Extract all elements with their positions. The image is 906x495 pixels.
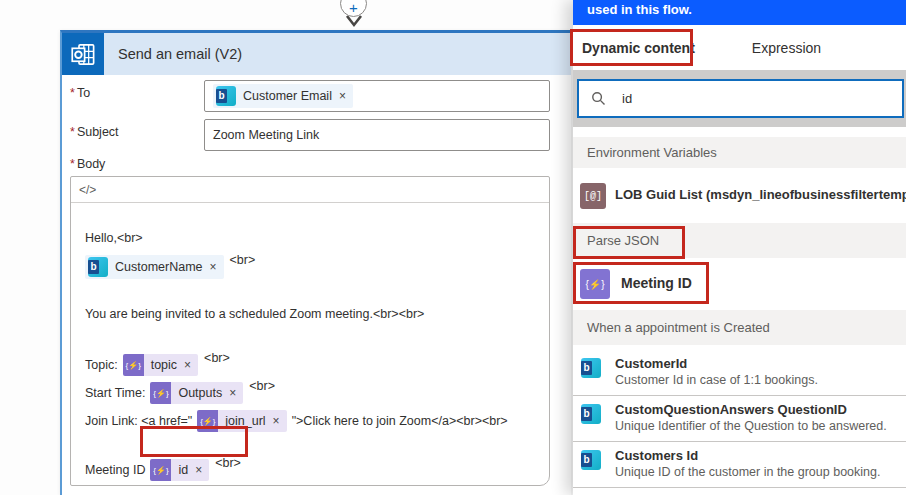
search-strip: id — [573, 70, 906, 127]
chip-join-url[interactable]: {⚡} join_url× — [197, 410, 286, 432]
to-input[interactable]: b Customer Email × — [204, 80, 550, 112]
body-editor[interactable]: </> Hello,<br> b CustomerName × <br> You… — [70, 176, 550, 486]
action-card-header[interactable]: Send an email (V2) — [62, 33, 571, 75]
section-header-appointment-created: When a appointment is Created — [573, 310, 906, 345]
body-line: Topic: {⚡} topic× <br> — [85, 354, 543, 376]
plus-icon: + — [349, 0, 358, 16]
expression-icon: {⚡} — [123, 354, 144, 376]
section-header-environment-variables: Environment Variables — [573, 137, 906, 168]
chip-close-icon[interactable]: × — [273, 414, 280, 428]
body-line: Join Link: <a href=" {⚡} join_url× ">Cli… — [85, 410, 543, 432]
chip-close-icon[interactable]: × — [339, 89, 346, 103]
power-automate-editor: + Send an email (V2) *To b Customer E — [0, 0, 906, 495]
chip-close-icon[interactable]: × — [229, 386, 236, 400]
chip-label: Outputs — [178, 386, 222, 400]
tab-expression[interactable]: Expression — [752, 40, 821, 56]
to-label: *To — [70, 86, 90, 100]
bookings-icon: b — [216, 86, 236, 106]
subject-label: *Subject — [70, 125, 119, 139]
chip-customername[interactable]: b CustomerName × — [85, 255, 224, 279]
dynamic-content-search-input[interactable]: id — [577, 79, 904, 118]
chip-close-icon[interactable]: × — [184, 358, 191, 372]
chip-label: Customer Email — [243, 89, 332, 103]
bookings-icon: b — [581, 358, 601, 378]
subject-input[interactable]: Zoom Meeting Link — [204, 119, 550, 151]
dynamic-item-customquestionanswers[interactable]: b CustomQuestionAnswers QuestionID Uniqu… — [573, 396, 906, 442]
chip-label: CustomerName — [115, 260, 203, 274]
dynamic-item-id-partial[interactable]: b Id — [573, 488, 906, 495]
body-label: *Body — [70, 157, 105, 171]
body-line: Start Time: {⚡} Outputs× <br> — [85, 382, 543, 404]
subject-value: Zoom Meeting Link — [213, 128, 319, 142]
dynamic-item-meeting-id[interactable]: {⚡} Meeting ID — [573, 258, 906, 310]
bookings-icon: b — [581, 404, 601, 424]
tab-dynamic-content[interactable]: Dynamic content — [582, 40, 695, 56]
dynamic-content-panel: used in this flow. Dynamic content Expre… — [573, 0, 906, 495]
chip-label: join_url — [225, 414, 265, 428]
bookings-icon: b — [88, 257, 108, 277]
chip-close-icon[interactable]: × — [210, 260, 217, 274]
tooltip-banner: used in this flow. — [573, 0, 906, 25]
parse-json-icon: {⚡} — [580, 269, 610, 299]
outlook-icon — [62, 33, 104, 75]
action-card-send-email: Send an email (V2) *To b Customer Email … — [60, 30, 571, 495]
chip-outputs[interactable]: {⚡} Outputs× — [150, 382, 243, 404]
body-line: You are being invited to a scheduled Zoo… — [85, 307, 543, 321]
panel-tabs: Dynamic content Expression — [573, 25, 906, 70]
section-header-parse-json: Parse JSON — [573, 223, 906, 258]
code-view-icon[interactable]: </> — [79, 183, 96, 197]
body-toolbar: </> — [71, 177, 549, 203]
body-line: Meeting ID {⚡} id× <br> — [85, 459, 543, 481]
search-icon — [591, 91, 606, 106]
chip-topic[interactable]: {⚡} topic× — [123, 354, 198, 376]
expression-icon: {⚡} — [197, 410, 218, 432]
dynamic-item-customers-id[interactable]: b Customers Id Unique ID of the customer… — [573, 442, 906, 488]
action-title: Send an email (V2) — [118, 46, 242, 62]
expression-icon: {⚡} — [150, 382, 171, 404]
chip-label: id — [178, 463, 188, 477]
environment-variable-icon: [@] — [580, 183, 606, 209]
dynamic-item-lob-guid-list[interactable]: [@] LOB Guid List (msdyn_lineofbusinessf… — [573, 168, 906, 223]
chip-meeting-id[interactable]: {⚡} id× — [150, 459, 209, 481]
dynamic-item-customerid[interactable]: b CustomerId Customer Id in case of 1:1 … — [573, 350, 906, 396]
chip-label: topic — [151, 358, 177, 372]
expression-icon: {⚡} — [150, 459, 171, 481]
to-chip-customer-email[interactable]: b Customer Email × — [213, 84, 353, 108]
body-content[interactable]: Hello,<br> b CustomerName × <br> You are… — [71, 203, 549, 486]
body-line: b CustomerName × <br> — [85, 255, 543, 279]
body-line: Hello,<br> — [85, 231, 543, 245]
bookings-icon: b — [581, 450, 601, 470]
chip-close-icon[interactable]: × — [195, 463, 202, 477]
search-value: id — [622, 91, 632, 106]
